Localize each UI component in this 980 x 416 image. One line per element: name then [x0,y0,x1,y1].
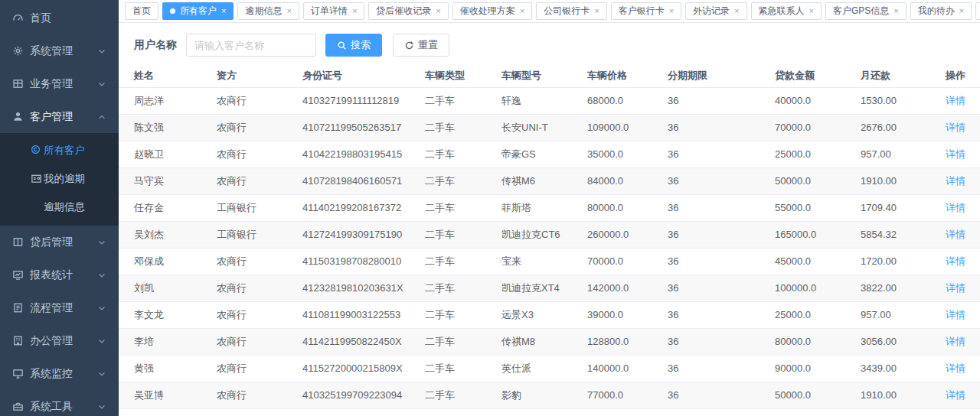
table-row: 吴刘杰工商银行412724199309175190二手车凯迪拉克CT626000… [119,221,980,248]
table-cell-action: 详情 [936,194,980,221]
table-cell: 农商行 [201,87,287,114]
column-header: 姓名 [119,64,201,87]
tab-item[interactable]: 首页 [125,2,158,20]
search-input[interactable] [186,34,316,57]
table-cell: 二手车 [410,382,486,408]
table-cell [287,408,410,416]
table-cell: 帝豪GS [486,141,572,167]
detail-link[interactable]: 详情 [946,229,965,240]
column-header: 贷款金额 [760,64,845,87]
close-icon[interactable]: × [959,7,964,15]
toolbox-icon [11,401,24,413]
close-icon[interactable]: × [734,7,739,15]
sidebar-item-postloan-mgmt[interactable]: 贷后管理 [0,226,119,258]
tab-item[interactable]: 催收处理方案× [452,2,532,20]
close-icon[interactable]: × [893,7,898,15]
chevron-down-icon [97,46,106,55]
tab-label: 外访记录 [693,5,730,18]
tab-item[interactable]: 紧急联系人× [751,2,822,20]
close-icon[interactable]: × [436,7,440,15]
detail-link[interactable]: 详情 [946,309,965,320]
table-cell: 411081199003122553 [287,301,410,328]
detail-link[interactable]: 详情 [946,255,965,267]
tab-item[interactable]: 我的待办× [910,2,972,20]
table-cell: 41232819810203631X [287,275,410,301]
sidebar-subitem-my-overdue[interactable]: 我的逾期 [0,164,119,193]
sidebar-item-business-mgmt[interactable]: 业务管理 [0,67,119,100]
table-cell: 农商行 [201,355,287,382]
detail-link[interactable]: 详情 [946,362,965,374]
table-row: 李文龙农商行411081199003122553二手车远景X339000.036… [119,301,980,328]
close-icon[interactable]: × [669,7,674,15]
table-cell: 二手车 [410,221,486,248]
tab-item[interactable]: 客户GPS信息× [825,2,906,20]
card-icon [31,173,41,184]
chevron-down-icon [97,237,106,246]
close-icon[interactable]: × [809,7,814,15]
table-cell: 100000.0 [760,275,845,301]
sidebar-subitem-label: 所有客户 [44,144,85,158]
reset-button[interactable]: 重置 [393,34,449,57]
table-cell: 109000.0 [572,114,652,141]
search-button[interactable]: 搜索 [325,34,382,57]
table-cell: 411402199208167372 [287,194,410,221]
sidebar-subitem-all-customers[interactable]: 所有客户 [0,136,119,164]
sidebar-item-label: 系统管理 [30,44,73,58]
detail-link[interactable]: 详情 [946,202,965,213]
table-cell: 80000.0 [572,194,652,221]
detail-link[interactable]: 详情 [946,148,965,160]
tab-item[interactable]: 客户银行卡× [611,2,681,20]
table-cell: 二手车 [410,301,486,328]
table-cell: 1709.40 [845,194,936,221]
tab-item[interactable]: 公司银行卡× [536,2,606,20]
table-cell: 工商银行 [201,221,287,248]
sidebar-item-home[interactable]: 首页 [0,2,119,34]
detail-link[interactable]: 详情 [946,95,965,106]
table-cell: 25000.0 [760,141,845,167]
table-cell: 70000.0 [572,248,652,275]
table-cell [572,408,652,416]
sidebar-item-customer-mgmt[interactable]: 客户管理 [0,100,119,133]
tab-item[interactable]: 外访记录× [685,2,746,20]
table-cell: 36 [652,382,760,408]
main-panel: 首页所有客户×逾期信息×订单详情×贷后催收记录×催收处理方案×公司银行卡×客户银… [119,0,980,416]
detail-link[interactable]: 详情 [946,122,965,133]
sidebar-item-system-tools[interactable]: 系统工具 [0,390,119,416]
detail-link[interactable]: 详情 [946,336,965,347]
table-cell: 二手车 [410,275,486,301]
tab-item[interactable]: 订单详情× [303,2,364,20]
table-cell: 长安UNI-T [486,114,572,141]
tab-item[interactable]: 我的流程× [975,2,980,20]
detail-link[interactable]: 详情 [946,389,965,401]
tab-item[interactable]: 贷后催收记录× [368,2,448,20]
close-icon[interactable]: × [520,7,524,15]
table-cell: 王聪林 [119,408,201,416]
close-icon[interactable]: × [221,7,226,15]
close-icon[interactable]: × [286,7,291,15]
sidebar-item-process-mgmt[interactable]: 流程管理 [0,291,119,324]
column-header: 车辆类型 [410,64,486,87]
tab-item[interactable]: 所有客户× [162,2,234,20]
sidebar-subitem-overdue-info[interactable]: 逾期信息 [0,193,119,221]
detail-link[interactable]: 详情 [946,175,965,187]
close-icon[interactable]: × [352,7,357,15]
chevron-down-icon [97,369,106,378]
table-cell: 马守宾 [119,167,201,194]
table-cell [760,408,845,416]
table-row: 任存金工商银行411402199208167372二手车菲斯塔80000.036… [119,194,980,221]
tab-label: 所有客户 [180,5,217,18]
table-cell: 宝来 [486,248,572,275]
table-cell: 90000.0 [760,355,845,382]
close-icon[interactable]: × [594,7,599,15]
sidebar-item-report-stats[interactable]: 报表统计 [0,258,119,291]
table-cell: 3822.00 [845,275,936,301]
search-field-label: 用户名称 [134,38,177,52]
tab-item[interactable]: 逾期信息× [237,2,299,20]
detail-link[interactable]: 详情 [946,282,965,294]
table-row: 邓保成农商行411503198708280010二手车宝来70000.03645… [119,248,980,275]
sidebar-item-office-mgmt[interactable]: 办公管理 [0,324,119,357]
sidebar-item-system-monitor[interactable]: 系统监控 [0,357,119,390]
table-cell: 50000.0 [760,382,845,408]
sidebar-item-system-mgmt[interactable]: 系统管理 [0,34,119,67]
table-cell-action: 详情 [936,275,980,301]
